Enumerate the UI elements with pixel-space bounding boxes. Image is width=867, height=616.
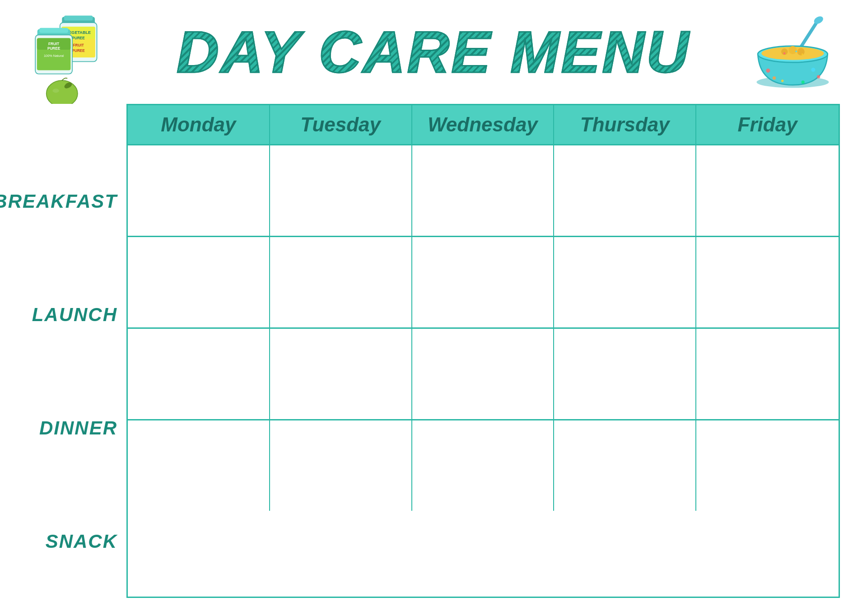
snack-monday[interactable] — [128, 420, 270, 511]
breakfast-wednesday[interactable] — [412, 145, 555, 236]
monday-header: Monday — [128, 105, 270, 144]
snack-label: SNACK — [27, 485, 126, 598]
launch-friday[interactable] — [696, 237, 839, 327]
breakfast-friday[interactable] — [696, 145, 839, 236]
snack-tuesday[interactable] — [270, 420, 412, 511]
svg-point-29 — [773, 76, 776, 79]
svg-point-38 — [776, 51, 781, 56]
breakfast-tuesday[interactable] — [270, 145, 412, 236]
label-spacer — [27, 104, 126, 145]
svg-text:★: ★ — [795, 49, 797, 53]
svg-point-22 — [52, 89, 59, 93]
snack-friday[interactable] — [696, 420, 839, 511]
svg-text:FRUIT: FRUIT — [48, 42, 59, 46]
thursday-header: Thursday — [554, 105, 696, 144]
svg-text:100% Natural: 100% Natural — [44, 54, 64, 58]
wednesday-header: Wednesday — [412, 105, 555, 144]
row-labels: BREAKFAST LAUNCH DINNER SNACK — [27, 104, 126, 598]
svg-text:PUREE: PUREE — [72, 36, 85, 40]
bowl-illustration: ★ ★ ★ — [750, 14, 840, 97]
breakfast-thursday[interactable] — [554, 145, 696, 236]
svg-text:PUREE: PUREE — [72, 49, 85, 53]
dinner-wednesday[interactable] — [412, 329, 555, 419]
svg-point-39 — [805, 51, 810, 56]
launch-tuesday[interactable] — [270, 237, 412, 327]
svg-point-32 — [781, 79, 783, 82]
launch-label: LAUNCH — [27, 258, 126, 371]
svg-point-31 — [817, 75, 820, 78]
page-title: DAY CARE MENU — [177, 18, 690, 86]
days-header: Monday Tuesday Wednesday Thursday Friday — [128, 105, 839, 144]
snack-wednesday[interactable] — [412, 420, 555, 511]
dinner-thursday[interactable] — [554, 329, 696, 419]
menu-grid: Monday Tuesday Wednesday Thursday Friday — [126, 104, 840, 598]
svg-point-30 — [811, 68, 815, 72]
dinner-friday[interactable] — [696, 329, 839, 419]
launch-wednesday[interactable] — [412, 237, 555, 327]
breakfast-row — [128, 144, 839, 236]
launch-row — [128, 236, 839, 327]
snack-thursday[interactable] — [554, 420, 696, 511]
svg-point-33 — [802, 80, 805, 84]
svg-text:PUREE: PUREE — [47, 47, 61, 51]
dinner-tuesday[interactable] — [270, 329, 412, 419]
jar-illustration: VEGETABLE PUREE FRUIT PUREE FRUIT PUREE … — [27, 14, 117, 106]
dinner-label: DINNER — [27, 371, 126, 485]
svg-text:★: ★ — [783, 51, 786, 56]
friday-header: Friday — [696, 105, 839, 144]
breakfast-monday[interactable] — [128, 145, 270, 236]
menu-body — [128, 144, 839, 511]
svg-point-28 — [766, 69, 770, 73]
svg-text:★: ★ — [801, 52, 803, 56]
dinner-row — [128, 327, 839, 419]
menu-container: BREAKFAST LAUNCH DINNER SNACK Monday Tue… — [27, 104, 840, 598]
dinner-monday[interactable] — [128, 329, 270, 419]
launch-monday[interactable] — [128, 237, 270, 327]
breakfast-label: BREAKFAST — [27, 145, 126, 258]
svg-rect-11 — [39, 28, 68, 33]
launch-thursday[interactable] — [554, 237, 696, 327]
snack-row — [128, 419, 839, 511]
tuesday-header: Tuesday — [270, 105, 412, 144]
page-header: VEGETABLE PUREE FRUIT PUREE FRUIT PUREE … — [27, 18, 840, 86]
svg-text:FRUIT: FRUIT — [73, 43, 84, 47]
svg-rect-1 — [64, 16, 93, 21]
